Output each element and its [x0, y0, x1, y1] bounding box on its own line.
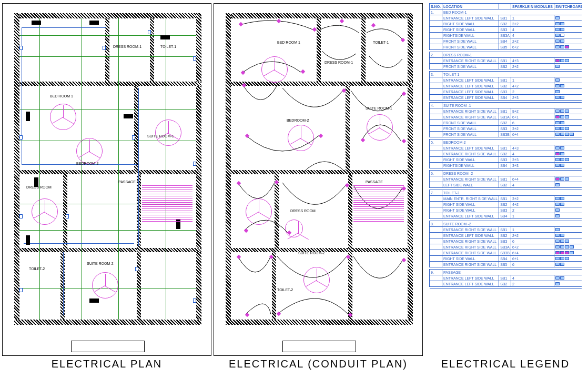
legend-row: FRONT SIDE WALLSB33+2+1'-9" — [430, 126, 582, 132]
legend-section-header: 5.BEDROOM-2 — [430, 140, 582, 145]
legend-section-header: 6.DRESS ROOM -2 — [430, 171, 582, 176]
electrical-plan-drawing: BED ROOM 1 DRESS ROOM-1 TOILET-1 SUITE R… — [2, 3, 211, 356]
legend-section-header: 9.PASSAGE — [430, 270, 582, 275]
col-sb — [499, 4, 511, 9]
col-prov: SWITCHBOARD PROVISION — [554, 4, 582, 9]
legend-row: ENTRANCE RIGHT SIDE WALLSB1A6+1+1'-9" — [430, 114, 582, 120]
legend-row: ENTRANCE LEFT SIDE WALLSB32+7'-0" — [430, 89, 582, 95]
label-toilet1: TOILET-1 — [160, 45, 176, 48]
label-bed1: BED ROOM 1 — [50, 94, 73, 98]
electrical-conduit-panel: BED ROOM 1 DRESS ROOM-1 TOILET-1 SUITE R… — [214, 3, 423, 385]
electrical-plan-panel: BED ROOM 1 DRESS ROOM-1 TOILET-1 SUITE R… — [2, 3, 211, 385]
legend-row: FRONT SIDE WALLSB22+2+3'-3" — [430, 64, 582, 69]
col-mod: SPARKLE N MODULES — [511, 4, 554, 9]
label2-suite1: SUITE ROOM-1 — [366, 106, 392, 110]
label-dress1: DRESS ROOM-1 — [113, 45, 141, 48]
legend-row: RIGHT SIDE WALLSB32+7'-0" — [430, 207, 582, 213]
legend-row: RIGHTSIDE WALLSB3A4+1'-9" — [430, 33, 582, 38]
legend-row: FRONT SIDE WALLSB3B6+4+1'-0" — [430, 132, 582, 137]
electrical-conduit-drawing: BED ROOM 1 DRESS ROOM-1 TOILET-1 SUITE R… — [214, 3, 423, 356]
legend-row: ENTRANCE RIGHT SIDE WALLSB3A6+2+1'-0" — [430, 244, 582, 250]
legend-row: RIGHT SIDE WALLSB34+2'-9" — [430, 27, 582, 33]
legend-section-header: 8.SUITE ROOM -2 — [430, 221, 582, 227]
label-dress: DRESS ROOM — [26, 185, 52, 189]
label-suite1: SUITE ROOM-1 — [147, 134, 174, 138]
legend-row: RIGHT SIDE WALLSB24+2+3'-3" — [430, 202, 582, 207]
legend-row: ENTRANCE LEFT SIDE WALLSB24+2+3'-3" — [430, 83, 582, 89]
legend-section-header: 3.TOILET-1 — [430, 72, 582, 77]
electrical-legend-panel: S.NO. LOCATION SPARKLE N MODULES SWITCHB… — [425, 3, 586, 385]
legend-section-header: 7.TOILET-2 — [430, 190, 582, 196]
label2-toilet1: TOILET-1 — [373, 41, 389, 44]
legend-row: ENTRANCE LEFT SIDE WALLSB14+3+4'-0" — [430, 145, 582, 151]
legend-row: ENTRANCE RIGHT SIDE WALLSB14+3+4'-0" — [430, 58, 582, 64]
legend-row: RIGHT SIDE WALLSB46+1+1'-9" — [430, 256, 582, 262]
legend-row: FRONT SIDE WALLSB26+4'-0" — [430, 120, 582, 126]
legend-row: FRONT SIDE WALLSB56+2+1'-9" — [430, 44, 582, 50]
legend-row: ENTRANCE LEFT SIDE WALLSB41+4'-0" — [430, 213, 582, 219]
col-loc: LOCATION — [442, 4, 499, 9]
legend-row: RIGHTSIDE WALLSB43+3+1'-9" — [430, 163, 582, 168]
label2-suite2: SUITE ROOM-2 — [298, 251, 325, 255]
label2-dress: DRESS ROOM — [290, 209, 316, 213]
legend-row: RIGHT SIDE WALLSB23+2+4'-0" — [430, 21, 582, 27]
label2-bed1: BED ROOM 1 — [277, 41, 300, 44]
legend-row: ENTRANCE LEFT SIDE WALLSB22+4'-0" — [430, 281, 582, 287]
label-toilet2: TOILET-2 — [29, 267, 45, 271]
legend-section-header: 1.BED ROOM-1 — [430, 9, 582, 15]
legend-row: ENTRANCE LEFT SIDE WALLSB42+3+4'-0" — [430, 95, 582, 101]
legend-row: ENTRANCE LEFT SIDE WALLSB22+2+4'-0" — [430, 233, 582, 238]
legend-table: S.NO. LOCATION SPARKLE N MODULES SWITCHB… — [429, 3, 582, 289]
legend-row: ENTRANCE LEFT SIDE WALLSB14+4'-0" — [430, 275, 582, 281]
legend-row: ENTRANCE RIGHT SIDE WALLSB3B6+4+1'-0" — [430, 250, 582, 256]
label-passage: PASSAGE — [118, 180, 136, 184]
legend-row: ENTRANCE RIGHT SIDE WALLSB11+4'-0" — [430, 227, 582, 233]
label2-toilet2: TOILET-2 — [277, 288, 293, 292]
legend-row: LEFT SIDE WALLSB24+3'-3" — [430, 182, 582, 188]
legend-row: ENTRANCE RIGHT SIDE WALLSB56+1'-9" — [430, 262, 582, 267]
plan1-title: ELECTRICAL PLAN — [52, 358, 162, 370]
legend-section-header: 4.SUITE ROOM -1 — [430, 103, 582, 108]
plan2-title: ELECTRICAL (CONDUIT PLAN) — [229, 358, 408, 370]
legend-row: RIGHT SIDE WALLSB33+3+4'-0" — [430, 157, 582, 163]
legend-row: ENTRANCE RIGHT SIDE WALLSB18+2+4'-0" — [430, 108, 582, 114]
conduit-wires — [214, 4, 423, 356]
legend-section-header: 2.DRESS ROOM-1 — [430, 52, 582, 58]
legend-row: ENTRANCE RIGHT SIDE WALLSB24+1'-9" — [430, 151, 582, 157]
legend-row: ENTRANCE RIGHT SIDE WALLSB16+4+4'-0" — [430, 176, 582, 182]
legend-row: MAIN ENTR. RIGHT SIDE WALLSB13+2+4'-0" — [430, 196, 582, 202]
col-sno: S.NO. — [430, 4, 442, 9]
legend-row: FRONT SIDE WALLSB42+2+1'-9" — [430, 38, 582, 44]
label2-bed2: BEDROOM-2 — [287, 118, 309, 122]
label-bed2: BEDROOM-2 — [76, 162, 98, 165]
label2-passage: PASSAGE — [366, 180, 383, 184]
legend-title: ELECTRICAL LEGEND — [441, 358, 570, 370]
label-suite2: SUITE ROOM-2 — [87, 262, 114, 265]
legend-row: ENTRANCE RIGHT SIDE WALLSB36+3'-6" — [430, 238, 582, 244]
label2-dress1: DRESS ROOM-1 — [325, 61, 353, 64]
legend-row: ENTRANCE LEFT SIDE WALLSB11+4'-0" — [430, 77, 582, 83]
legend-row: ENTRANCE LEFT SIDE WALLSB11+4'-0" — [430, 15, 582, 21]
